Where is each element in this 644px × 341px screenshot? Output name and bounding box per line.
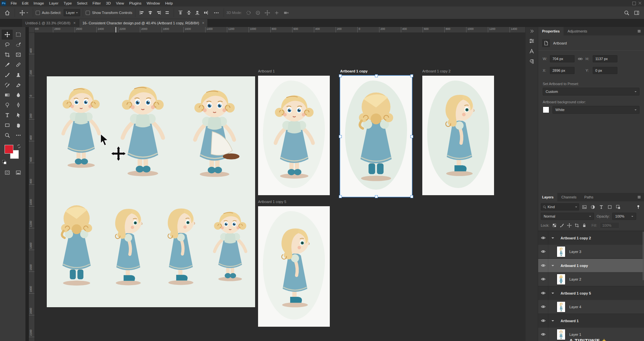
chevron-down-icon[interactable] [551, 237, 554, 240]
swap-colors-icon[interactable] [17, 144, 21, 148]
opacity-dropdown[interactable]: 100% [612, 213, 636, 220]
workspace-switcher-icon[interactable] [634, 10, 639, 16]
3d-drag-icon[interactable] [265, 10, 270, 16]
distribute-vertical-icon[interactable] [203, 10, 208, 15]
object-selection-tool[interactable] [13, 40, 24, 50]
brush-tool[interactable] [2, 70, 13, 80]
3d-slide-icon[interactable] [274, 10, 279, 16]
layer-row[interactable]: Layer 3 [538, 245, 644, 259]
rectangle-tool[interactable] [2, 120, 13, 130]
frame-tool[interactable] [13, 50, 24, 60]
move-tool[interactable] [2, 30, 13, 40]
tab-layers[interactable]: Layers [538, 193, 557, 201]
panel-menu-icon[interactable] [637, 193, 644, 201]
type-tool[interactable] [2, 110, 13, 120]
artboard-1[interactable] [258, 76, 330, 195]
layer-filter-dropdown[interactable]: Kind [541, 203, 579, 210]
align-bottom-icon[interactable] [195, 10, 200, 15]
menu-item[interactable]: Layer [46, 1, 61, 5]
align-middle-icon[interactable] [186, 10, 192, 15]
3d-camera-icon[interactable] [283, 10, 289, 16]
auto-select-target-dropdown[interactable]: Layer [64, 9, 80, 16]
panel-menu-icon[interactable] [637, 27, 644, 35]
filter-shape-layers-icon[interactable] [606, 204, 613, 210]
distribute-horizontal-icon[interactable] [165, 10, 170, 15]
align-center-horizontal-icon[interactable] [148, 10, 153, 15]
home-button[interactable] [3, 8, 12, 17]
artboard-bg-color-dropdown[interactable]: White [552, 106, 639, 114]
tab-adjustments[interactable]: Adjustments [564, 27, 591, 35]
artboard-bg-color-swatch[interactable] [543, 107, 549, 113]
artboard-preset-dropdown[interactable]: Custom [543, 88, 639, 95]
scrollbar[interactable] [643, 232, 644, 280]
lock-all-icon[interactable] [582, 223, 587, 228]
filter-adjustment-layers-icon[interactable] [589, 204, 596, 210]
menu-item[interactable]: Edit [19, 1, 31, 5]
filter-toggle-icon[interactable] [635, 204, 641, 210]
menu-item[interactable]: Type [61, 1, 74, 5]
transform-handle[interactable] [375, 195, 378, 198]
visibility-toggle[interactable] [538, 245, 548, 258]
menu-item[interactable]: Window [144, 1, 163, 5]
transform-handle[interactable] [339, 74, 342, 77]
character-reference-sheet-image[interactable] [47, 76, 255, 307]
align-right-icon[interactable] [156, 10, 161, 15]
layer-row[interactable]: Artboard 1 [538, 314, 644, 328]
eraser-tool[interactable] [13, 80, 24, 90]
chevron-down-icon[interactable] [551, 265, 554, 268]
lock-position-icon[interactable] [567, 223, 572, 228]
align-left-icon[interactable] [139, 10, 144, 15]
layer-row[interactable]: Artboard 1 copy [538, 259, 644, 272]
layer-row[interactable]: Artboard 1 copy 5 [538, 286, 644, 300]
foreground-color-swatch[interactable] [5, 145, 13, 154]
visibility-toggle[interactable] [538, 328, 548, 341]
close-icon[interactable] [638, 2, 641, 5]
rectangular-marquee-tool[interactable] [13, 30, 24, 40]
search-icon[interactable] [624, 10, 629, 16]
menu-item[interactable]: Filter [90, 1, 104, 5]
default-colors-icon[interactable] [2, 160, 6, 164]
artboard-1-copy-5[interactable] [258, 206, 330, 327]
width-field[interactable]: 704 px [550, 55, 575, 62]
chevron-down-icon[interactable] [551, 320, 554, 323]
pen-tool[interactable] [13, 100, 24, 110]
visibility-toggle[interactable] [538, 314, 548, 327]
transform-handle[interactable] [339, 135, 342, 138]
ruler-corner[interactable] [29, 27, 35, 33]
menu-item[interactable]: Help [163, 1, 176, 5]
3d-orbit-icon[interactable] [246, 10, 251, 16]
3d-roll-icon[interactable] [255, 10, 261, 16]
history-brush-tool[interactable] [2, 80, 13, 90]
maximize-icon[interactable] [632, 2, 636, 5]
link-dimensions-icon[interactable] [575, 57, 586, 61]
document-tab-untitled[interactable]: Untitled-1 @ 33.3% (RGB/8) × [22, 19, 79, 27]
hand-tool[interactable] [13, 120, 24, 130]
paragraph-panel-icon[interactable] [529, 59, 535, 65]
visibility-toggle[interactable] [538, 231, 548, 245]
visibility-toggle[interactable] [538, 286, 548, 300]
artboard-label[interactable]: Artboard 1 [258, 69, 275, 73]
fill-value-field[interactable]: 100% [600, 222, 619, 229]
character-panel-icon[interactable] [529, 48, 535, 54]
menu-item[interactable]: 3D [104, 1, 114, 5]
auto-select-checkbox[interactable] [36, 11, 40, 15]
canvas-area[interactable]: 3000280026002400220020001800160014001200… [26, 27, 525, 341]
show-transform-controls-checkbox[interactable] [86, 11, 90, 15]
artboard-label[interactable]: Artboard 1 copy 5 [258, 200, 286, 204]
quick-mask-button[interactable] [2, 168, 13, 177]
x-field[interactable]: 2896 px [550, 67, 575, 74]
crop-tool[interactable] [2, 50, 13, 60]
menu-item[interactable]: View [113, 1, 127, 5]
menu-item[interactable]: File [8, 1, 19, 5]
close-tab-icon[interactable]: × [202, 21, 204, 25]
artboard-label-selected[interactable]: Artboard 1 copy [340, 69, 367, 73]
lock-image-pixels-icon[interactable] [560, 223, 564, 228]
transform-handle[interactable] [410, 135, 413, 138]
healing-brush-tool[interactable] [13, 60, 24, 70]
transform-handle[interactable] [339, 195, 342, 198]
align-top-icon[interactable] [178, 10, 183, 15]
menu-item[interactable]: Plugins [127, 1, 144, 5]
eyedropper-tool[interactable] [2, 60, 13, 70]
artboard-label[interactable]: Artboard 1 copy 2 [422, 69, 451, 73]
clone-stamp-tool[interactable] [13, 70, 24, 80]
